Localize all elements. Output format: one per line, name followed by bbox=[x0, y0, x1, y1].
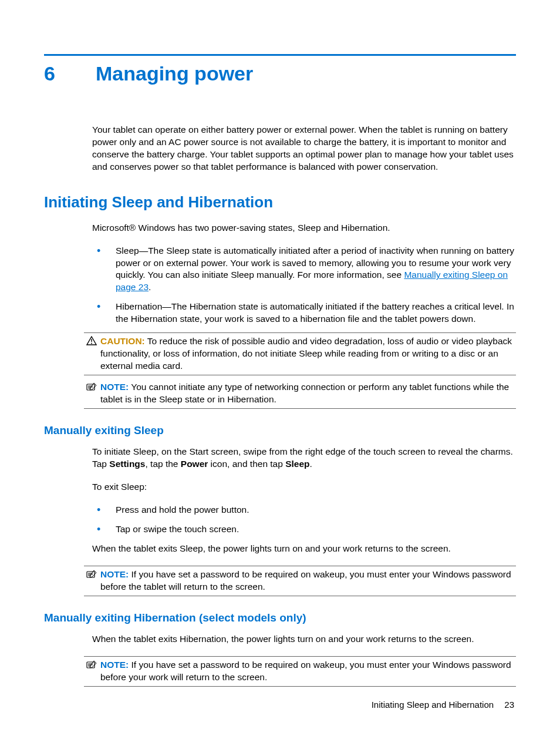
exit-sleep-list: Press and hold the power button. Tap or … bbox=[92, 504, 516, 536]
page-footer: Initiating Sleep and Hibernation 23 bbox=[372, 699, 514, 711]
list-item-hibernation: Hibernation—The Hibernation state is aut… bbox=[92, 301, 516, 325]
section1-p1: Microsoft® Windows has two power-saving … bbox=[92, 222, 516, 234]
sub1-p3: When the tablet exits Sleep, the power l… bbox=[92, 543, 516, 555]
footer-page-number: 23 bbox=[504, 700, 514, 710]
sub1-p2: To exit Sleep: bbox=[92, 481, 516, 493]
intro-paragraph: Your tablet can operate on either batter… bbox=[92, 124, 516, 173]
bold-sleep: Sleep bbox=[285, 459, 309, 469]
section-heading-sleep-hibernation: Initiating Sleep and Hibernation bbox=[44, 192, 516, 213]
caution-text: To reduce the risk of possible audio and… bbox=[100, 336, 512, 371]
caution-label: CAUTION: bbox=[100, 336, 145, 346]
note-icon bbox=[84, 659, 99, 669]
note-label: NOTE: bbox=[100, 382, 129, 392]
text: icon, and then tap bbox=[208, 459, 285, 469]
chapter-header: 6 Managing power bbox=[44, 61, 516, 88]
subsection-manually-exiting-hibernation: Manually exiting Hibernation (select mod… bbox=[44, 610, 516, 626]
svg-point-1 bbox=[91, 343, 92, 344]
note-label: NOTE: bbox=[100, 660, 129, 670]
list-item: Press and hold the power button. bbox=[92, 504, 516, 516]
li-text: . bbox=[149, 282, 151, 292]
subsection-manually-exiting-sleep: Manually exiting Sleep bbox=[44, 423, 516, 438]
note-label: NOTE: bbox=[100, 569, 129, 579]
note-text: If you have set a password to be require… bbox=[100, 660, 511, 682]
list-item: Tap or swipe the touch screen. bbox=[92, 523, 516, 536]
note-callout: NOTE: If you have set a password to be r… bbox=[84, 656, 516, 687]
text: , tap the bbox=[145, 459, 180, 469]
caution-callout: CAUTION: To reduce the risk of possible … bbox=[84, 332, 516, 375]
text: . bbox=[310, 459, 312, 469]
footer-text: Initiating Sleep and Hibernation bbox=[372, 700, 494, 710]
sub2-p1: When the tablet exits Hibernation, the p… bbox=[92, 633, 516, 646]
note-icon bbox=[84, 381, 99, 391]
note-text: You cannot initiate any type of networki… bbox=[100, 382, 509, 404]
sub1-p1: To initiate Sleep, on the Start screen, … bbox=[92, 446, 516, 471]
note-callout: NOTE: You cannot initiate any type of ne… bbox=[84, 379, 516, 409]
list-item-sleep: Sleep—The Sleep state is automatically i… bbox=[92, 245, 516, 294]
bold-settings: Settings bbox=[109, 459, 145, 469]
note-icon bbox=[84, 569, 99, 579]
bold-power: Power bbox=[181, 459, 208, 469]
warning-icon bbox=[84, 335, 99, 345]
note-callout: NOTE: If you have set a password to be r… bbox=[84, 566, 516, 596]
note-text: If you have set a password to be require… bbox=[100, 569, 511, 592]
chapter-title: Managing power bbox=[96, 61, 253, 88]
sleep-hibernation-list: Sleep—The Sleep state is automatically i… bbox=[92, 245, 516, 326]
chapter-number: 6 bbox=[44, 61, 96, 88]
chapter-rule bbox=[44, 54, 516, 56]
